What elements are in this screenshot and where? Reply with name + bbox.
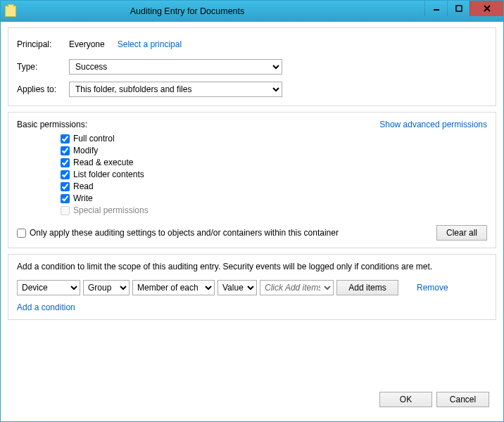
only-apply-row[interactable]: Only apply these auditing settings to ob… [17, 228, 339, 238]
member-select[interactable]: Member of each [132, 280, 215, 295]
group-select[interactable]: Group [83, 280, 130, 295]
permission-checkbox[interactable] [61, 146, 70, 155]
add-items-button[interactable]: Add items [336, 280, 398, 295]
permission-row: Special permissions [61, 205, 487, 215]
device-select[interactable]: Device [17, 280, 80, 295]
condition-row: Device Group Member of each Value Click … [17, 280, 487, 295]
permission-row[interactable]: Full control [61, 134, 487, 143]
type-label: Type: [17, 62, 65, 72]
permission-row[interactable]: List folder contents [61, 170, 487, 179]
ok-button[interactable]: OK [379, 392, 432, 407]
permission-checkbox[interactable] [61, 182, 70, 191]
value-select[interactable]: Value [218, 280, 257, 295]
permission-row[interactable]: Modify [61, 146, 487, 155]
basic-permissions-label: Basic permissions: [17, 120, 87, 129]
type-select[interactable]: Success [69, 59, 282, 75]
principal-label: Principal: [17, 39, 65, 49]
only-apply-checkbox[interactable] [17, 229, 26, 238]
top-panel: Principal: Everyone Select a principal T… [8, 27, 496, 106]
applies-select[interactable]: This folder, subfolders and files [69, 82, 282, 97]
window-title: Auditing Entry for Documents [0, 6, 424, 16]
permission-label: Special permissions [73, 205, 149, 215]
permission-checkbox[interactable] [61, 158, 70, 167]
permission-label: Write [73, 193, 93, 203]
applies-label: Applies to: [17, 84, 65, 94]
dialog-footer: OK Cancel [8, 386, 496, 414]
svg-rect-1 [456, 6, 462, 11]
permission-label: Modify [73, 146, 98, 155]
permission-row[interactable]: Write [61, 193, 487, 203]
permission-row[interactable]: Read & execute [61, 158, 487, 167]
window: Auditing Entry for Documents Principal: … [0, 0, 504, 422]
conditions-intro: Add a condition to limit the scope of th… [17, 262, 487, 271]
permissions-panel: Basic permissions: Show advanced permiss… [8, 112, 496, 248]
maximize-icon [455, 5, 462, 12]
items-select[interactable]: Click Add items [260, 280, 334, 295]
close-icon [484, 5, 491, 12]
permission-label: Read [73, 181, 94, 191]
folder-icon [5, 6, 16, 17]
only-apply-label: Only apply these auditing settings to ob… [30, 228, 339, 238]
minimize-icon [433, 5, 440, 12]
remove-link[interactable]: Remove [417, 283, 448, 293]
permission-checkbox[interactable] [61, 194, 70, 203]
permission-checkbox[interactable] [61, 134, 70, 143]
permission-label: Read & execute [73, 158, 133, 167]
close-button[interactable] [470, 1, 503, 16]
maximize-button[interactable] [447, 1, 470, 16]
titlebar: Auditing Entry for Documents [1, 1, 503, 22]
permission-checkbox[interactable] [61, 170, 70, 179]
add-condition-link[interactable]: Add a condition [17, 302, 75, 312]
content-area: Principal: Everyone Select a principal T… [1, 22, 503, 421]
principal-value: Everyone [69, 39, 105, 49]
permission-label: Full control [73, 134, 115, 143]
cancel-button[interactable]: Cancel [436, 392, 489, 407]
permission-row[interactable]: Read [61, 181, 487, 191]
permissions-list: Full controlModifyRead & executeList fol… [17, 134, 487, 215]
minimize-button[interactable] [424, 1, 447, 16]
permission-label: List folder contents [73, 170, 144, 179]
select-principal-link[interactable]: Select a principal [118, 39, 182, 49]
conditions-panel: Add a condition to limit the scope of th… [8, 254, 496, 320]
window-controls [424, 1, 503, 16]
clear-all-button[interactable]: Clear all [436, 225, 487, 241]
permission-checkbox [61, 206, 70, 215]
show-advanced-link[interactable]: Show advanced permissions [379, 120, 487, 129]
